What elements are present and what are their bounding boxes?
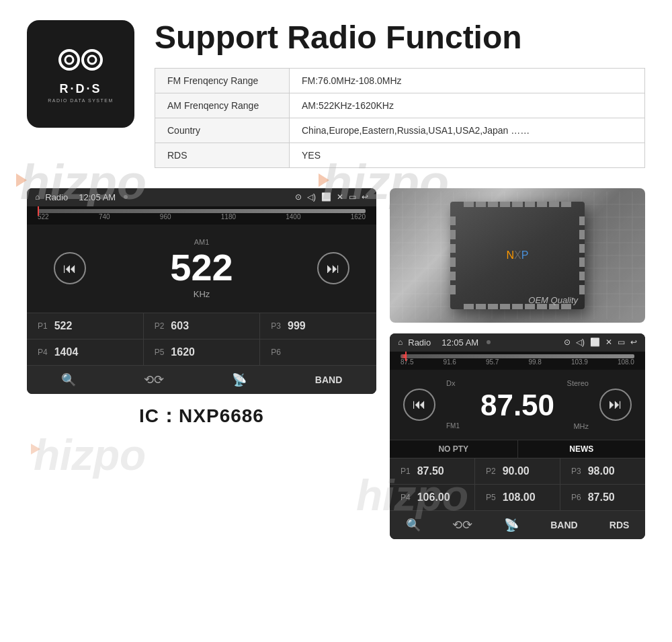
bottom-section: ⌂ Radio 12:05 AM ⊙ ◁) ⬜ ✕ ▭ ↩ [0,188,672,539]
fm-stereo-label: Stereo [567,379,589,387]
am-preset-p6[interactable]: P6 [260,339,376,365]
fm-preset-p3[interactable]: P3 98.00 [560,458,645,484]
am-camera-icon: ⬜ [321,192,331,202]
fm-rds-button[interactable]: RDS [610,520,630,530]
am-time: 12:05 AM [79,192,116,202]
fm-preset-p6[interactable]: P6 87.50 [560,485,645,510]
fm-window-icon: ▭ [618,337,625,347]
fm-volume-icon: ◁) [576,337,585,347]
am-radio-screen: ⌂ Radio 12:05 AM ⊙ ◁) ⬜ ✕ ▭ ↩ [27,188,376,394]
am-window-icon: ▭ [349,192,356,202]
am-search-icon[interactable]: 🔍 [61,372,76,387]
rds-logo-box: R·D·S RADIO DATA SYSTEM [27,20,134,128]
fm-close-icon: ✕ [605,337,612,347]
fm-unit: MHz [573,422,589,430]
am-main-display: ⏮ AM1 522 KHz ⏭ [27,225,376,313]
fm-preset-p5[interactable]: P5 108.00 [475,485,560,510]
watermark-arrow-right [319,173,329,187]
fm-prev-button[interactable]: ⏮ [403,389,435,421]
nxp-logo: NXP [507,249,529,262]
am-preset-p5[interactable]: P5 1620 [144,339,261,365]
spec-row: AM Frenqency RangeAM:522KHz-1620KHz [155,93,645,118]
am-preset-p2[interactable]: P2 603 [144,313,261,339]
spec-value: AM:522KHz-1620KHz [290,93,645,118]
fm-dot [487,340,491,344]
fm-status-bar: ⌂ Radio 12:05 AM ⊙ ◁) ⬜ ✕ ▭ ↩ [390,333,645,352]
ic-label: IC：NXP6686 [27,403,376,429]
fm-band-button[interactable]: BAND [550,520,577,530]
am-freq-unit: KHz [106,289,297,299]
fm-main-display: ⏮ Dx Stereo 87.50 FM1 MHz ⏭ [390,370,645,440]
fm-search-icon[interactable]: 🔍 [406,518,421,532]
am-band-button[interactable]: BAND [315,374,342,385]
rds-no-pty: NO PTY [390,440,518,458]
am-preset-p1[interactable]: P1 522 [27,313,144,339]
top-right-content: Support Radio Function FM Frenqency Rang… [155,20,645,168]
am-loop-icon[interactable]: ⟲⟳ [144,372,164,387]
right-bottom: NXP OEM Quality ⌂ Radio 12:05 AM ⊙ ◁) ⬜ … [390,188,645,539]
fm-preset-p2[interactable]: P2 90.00 [475,458,560,484]
svg-point-2 [65,56,73,64]
nxp-chip-container: NXP OEM Quality [390,188,645,323]
fm-band-label: FM1 [446,422,460,430]
am-prev-button[interactable]: ⏮ [54,252,86,284]
watermark-arrow-left [16,173,27,187]
am-preset-p4[interactable]: P4 1404 [27,339,144,365]
am-antenna-icon[interactable]: 📡 [232,372,247,387]
spec-label: Country [155,118,290,143]
fm-antenna-icon[interactable]: 📡 [504,518,519,532]
fm-dx-label: Dx [446,379,455,387]
rds-brand: R·D·S [59,82,101,96]
fm-time: 12:05 AM [442,337,478,348]
am-freq-bar: 522 740 960 1180 1400 1620 [27,206,376,225]
svg-point-3 [88,56,96,64]
rds-news: NEWS [518,440,646,458]
fm-freq-number: 87.50 [446,389,589,422]
nxp-quality-label: OEM Quality [528,295,578,305]
am-freq-center: AM1 522 KHz [106,238,297,299]
fm-back-icon: ↩ [630,337,637,347]
am-status-bar: ⌂ Radio 12:05 AM ⊙ ◁) ⬜ ✕ ▭ ↩ [27,188,376,206]
spec-label: AM Frenqency Range [155,93,290,118]
spec-value: YES [290,143,645,167]
am-home-icon: ⌂ [35,192,40,202]
fm-location-icon: ⊙ [564,337,571,347]
nxp-chip-body: NXP OEM Quality [450,202,585,309]
spec-table: FM Frenqency RangeFM:76.0MHz-108.0MHzAM … [155,68,645,168]
spec-row: CountryChina,Europe,Eastern,Russia,USA1,… [155,118,645,143]
rds-info-bar: NO PTY NEWS [390,440,645,458]
am-next-button[interactable]: ⏭ [317,252,349,284]
am-dot [124,195,128,199]
fm-status-icons: ⊙ ◁) ⬜ ✕ ▭ ↩ [564,337,637,347]
left-bottom: ⌂ Radio 12:05 AM ⊙ ◁) ⬜ ✕ ▭ ↩ [27,188,376,539]
spec-row: FM Frenqency RangeFM:76.0MHz-108.0MHz [155,68,645,93]
svg-point-1 [83,50,101,69]
spec-value: China,Europe,Eastern,Russia,USA1,USA2,Ja… [290,118,645,143]
fm-preset-grid: P1 87.50 P2 90.00 P3 98.00 P4 10 [390,458,645,510]
am-preset-p3[interactable]: P3 999 [260,313,376,339]
fm-preset-p4[interactable]: P4 106.00 [390,485,475,510]
fm-toolbar: 🔍 ⟲⟳ 📡 BAND RDS [390,510,645,539]
fm-info-row: Dx Stereo [446,379,589,387]
am-preset-row-2: P4 1404 P5 1620 P6 [27,339,376,365]
fm-home-icon: ⌂ [398,337,403,347]
fm-loop-icon[interactable]: ⟲⟳ [452,518,472,532]
fm-preset-row-1: P1 87.50 P2 90.00 P3 98.00 [390,458,645,484]
am-radio-label: Radio [45,192,68,202]
am-close-icon: ✕ [337,192,343,202]
am-preset-row-1: P1 522 P2 603 P3 999 [27,313,376,339]
am-preset-grid: P1 522 P2 603 P3 999 P4 1404 [27,313,376,365]
am-volume-icon: ◁) [307,192,316,202]
fm-preset-p1[interactable]: P1 87.50 [390,458,475,484]
fm-preset-row-2: P4 106.00 P5 108.00 P6 87.50 [390,484,645,510]
am-toolbar: 🔍 ⟲⟳ 📡 BAND [27,365,376,394]
fm-next-button[interactable]: ⏭ [599,389,632,421]
fm-center-display: Dx Stereo 87.50 FM1 MHz [446,379,589,430]
fm-freq-bar: 87.5 91.6 95.7 99.8 103.9 108.0 [390,352,645,370]
main-title: Support Radio Function [155,20,645,56]
am-back-icon: ↩ [362,192,368,202]
svg-point-0 [60,50,79,69]
fm-freq-scale: 87.5 91.6 95.7 99.8 103.9 108.0 [390,358,645,366]
spec-row: RDSYES [155,143,645,167]
am-freq-scale: 522 740 960 1180 1400 1620 [27,213,376,220]
